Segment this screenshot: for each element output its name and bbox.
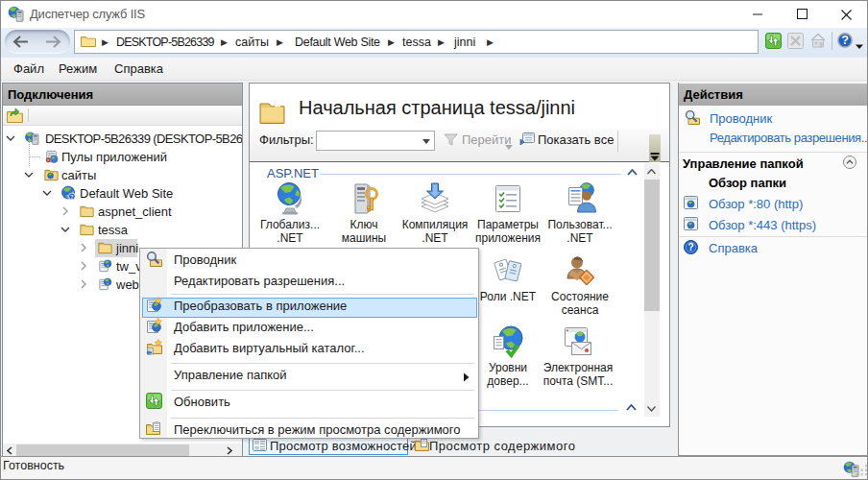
- svg-text:?: ?: [687, 242, 693, 252]
- svg-text:?: ?: [841, 34, 849, 47]
- svg-text:?: ?: [70, 194, 73, 200]
